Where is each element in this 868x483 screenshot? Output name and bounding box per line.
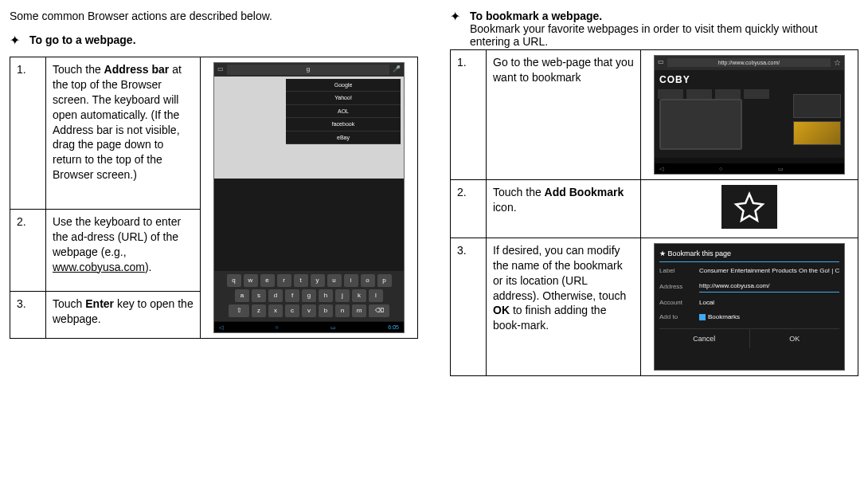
heading-bookmark: ✦ To bookmark a webpage. Bookmark your f… bbox=[450, 10, 858, 48]
label-lbl: Label bbox=[659, 267, 693, 276]
ok-button: OK bbox=[750, 329, 840, 348]
mock-top-bar: ▭ http://www.cobyusa.com/ ☆ bbox=[655, 56, 844, 70]
addto-lbl: Add to bbox=[659, 313, 693, 322]
add-bookmark-icon bbox=[721, 185, 777, 229]
icon-cell bbox=[641, 180, 858, 238]
dialog-buttons: Cancel OK bbox=[659, 328, 839, 348]
back-icon: ◁ bbox=[659, 165, 663, 172]
mock-top-bar: ▭ g 🎤 bbox=[214, 63, 404, 77]
step-text: Touch the Add Bookmark icon. bbox=[487, 180, 641, 238]
step-number: 3. bbox=[451, 238, 487, 375]
cross-icon: ✦ bbox=[450, 10, 460, 23]
address-lbl: Address bbox=[659, 283, 693, 292]
address-val: http://www.cobyusa.com/ bbox=[699, 282, 839, 293]
step-text: Touch the Address bar at the top of the … bbox=[46, 57, 201, 210]
heading-desc: Bookmark your favorite webpages in order… bbox=[470, 22, 818, 48]
step-number: 2. bbox=[451, 180, 487, 238]
heading-text: To go to a webpage. bbox=[29, 33, 136, 46]
bookmark-icon bbox=[699, 314, 706, 320]
step-text: If desired, you can modify the name of t… bbox=[487, 238, 641, 375]
keyboard-mock: q w e r t y u i o p bbox=[214, 271, 404, 321]
cross-icon: ✦ bbox=[10, 33, 20, 47]
step-number: 1. bbox=[10, 57, 46, 210]
coby-logo: COBY bbox=[659, 73, 690, 86]
suggestions-dropdown: Google Yahoo! AOL facebook eBay bbox=[286, 79, 401, 144]
account-lbl: Account bbox=[659, 299, 693, 308]
table-row: 2. Touch the Add Bookmark icon. bbox=[451, 180, 858, 238]
step-text: Touch Enter key to open the webpage. bbox=[46, 291, 201, 338]
home-icon: ○ bbox=[275, 324, 278, 331]
mock-body: COBY bbox=[655, 70, 844, 158]
home-icon: ○ bbox=[719, 165, 722, 172]
steps-table-left: 1. Touch the Address bar at the top of t… bbox=[10, 57, 418, 339]
table-row: 1. Touch the Address bar at the top of t… bbox=[10, 57, 418, 210]
step-number: 2. bbox=[10, 209, 46, 291]
dialog-cell: ★ Bookmark this page Label Consumer Ente… bbox=[641, 238, 858, 375]
thumb-car bbox=[793, 121, 841, 145]
side-thumbs bbox=[793, 94, 841, 148]
star-outline-icon bbox=[733, 191, 765, 223]
screenshot-cell: ▭ http://www.cobyusa.com/ ☆ COBY bbox=[641, 50, 858, 180]
tab-icon: ▭ bbox=[217, 65, 224, 74]
step-text: Use the keyboard to enter the ad-dress (… bbox=[46, 209, 201, 291]
star-icon: ☆ bbox=[834, 57, 841, 69]
recent-icon: ▭ bbox=[330, 324, 336, 331]
mock-url: http://www.cobyusa.com/ bbox=[667, 58, 831, 67]
step-number: 3. bbox=[10, 291, 46, 338]
screenshot-cell: ▭ g 🎤 Webpage not Suggestions Google Yah… bbox=[201, 57, 418, 339]
tablet-image bbox=[659, 99, 742, 150]
steps-table-right: 1. Go to the web-page that you want to b… bbox=[450, 49, 858, 376]
heading-go-to-webpage: ✦ To go to a webpage. bbox=[10, 33, 418, 47]
site-nav bbox=[658, 89, 769, 99]
account-val: Local bbox=[699, 299, 839, 308]
cancel-button: Cancel bbox=[659, 329, 750, 348]
clock-text: 6:05 bbox=[388, 324, 399, 331]
table-row: 1. Go to the web-page that you want to b… bbox=[451, 50, 858, 180]
mock-url-bar: g bbox=[227, 65, 389, 75]
mock-nav-bar: ◁ ○ ▭ 6:05 bbox=[214, 322, 404, 332]
coby-site-mock: ▭ http://www.cobyusa.com/ ☆ COBY bbox=[654, 55, 845, 175]
thumb bbox=[793, 94, 841, 118]
addto-val: Bookmarks bbox=[699, 313, 839, 322]
right-column: ✦ To bookmark a webpage. Bookmark your f… bbox=[450, 10, 858, 376]
dialog-title: ★ Bookmark this page bbox=[659, 249, 839, 262]
table-row: 3. If desired, you can modify the name o… bbox=[451, 238, 858, 375]
tab-icon: ▭ bbox=[658, 58, 664, 67]
heading-text: To bookmark a webpage. bbox=[470, 10, 602, 22]
mic-icon: 🎤 bbox=[393, 65, 401, 74]
step-text: Go to the web-page that you want to book… bbox=[487, 50, 641, 180]
recent-icon: ▭ bbox=[778, 165, 784, 172]
browser-mock: ▭ g 🎤 Webpage not Suggestions Google Yah… bbox=[213, 62, 405, 333]
back-icon: ◁ bbox=[219, 324, 223, 331]
label-val: Consumer Entertainment Products On the G… bbox=[699, 267, 839, 276]
step-number: 1. bbox=[451, 50, 487, 180]
left-column: Some common Browser actions are describe… bbox=[10, 10, 418, 376]
star-icon: ★ bbox=[659, 249, 666, 257]
bookmark-dialog-mock: ★ Bookmark this page Label Consumer Ente… bbox=[654, 243, 845, 371]
mock-nav-bar: ◁ ○ ▭ bbox=[655, 163, 844, 174]
intro-text: Some common Browser actions are describe… bbox=[10, 10, 418, 22]
